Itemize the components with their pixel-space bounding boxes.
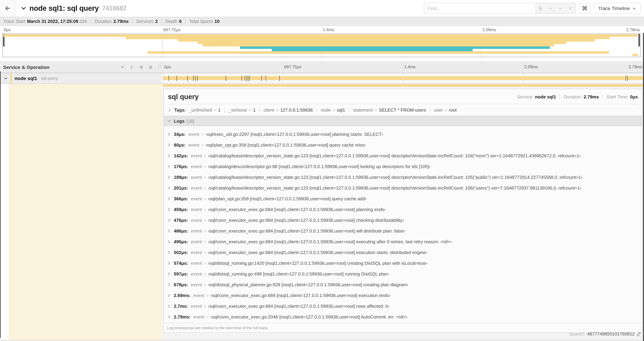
chevron-down-icon (558, 6, 562, 11)
find-buttons (535, 3, 575, 14)
tag-item: client=127.0.0.1:59936 (256, 107, 313, 113)
timeline-columns-header: Service & Operation 0μs697.75μs1.4ms2.09… (0, 61, 644, 73)
expand-one-icon[interactable] (130, 65, 134, 69)
logs-section-toggle[interactable]: Logs (18) (164, 116, 642, 126)
time-tick-label: 2.79ms (628, 65, 642, 69)
log-row[interactable]: 476μs:event=‹sql/conn_executor_exec.go:6… (164, 215, 642, 226)
tags-label: Tags: (174, 107, 186, 113)
collapse-trace-icon[interactable] (21, 6, 26, 11)
span-timeline-column (162, 73, 644, 84)
log-row[interactable]: 201μs:event=‹sql/catalog/lease/descripto… (164, 183, 642, 193)
tags-expand-icon (168, 108, 172, 112)
log-row[interactable]: 502μs:event=‹sql/conn_executor_exec.go:6… (164, 247, 642, 258)
log-row[interactable]: 189μs:event=‹sql/catalog/lease/descripto… (164, 172, 642, 183)
log-expand-icon (167, 143, 171, 147)
trace-id: 7418682 (102, 5, 126, 12)
expand-all-icon[interactable] (148, 65, 153, 69)
gridline (283, 73, 283, 84)
time-tick-label: 1.4ms (323, 27, 334, 32)
detail-span-color-strip (9, 84, 162, 340)
log-row[interactable]: 176μs:event=‹sql/catalog/descs/descripto… (164, 161, 642, 172)
back-button[interactable] (0, 0, 15, 17)
gridline (523, 62, 523, 73)
span-service-name[interactable]: node sql1 (14, 76, 37, 81)
timeline-ruler: 0μs697.75μs1.4ms2.09ms2.79ms (162, 62, 644, 73)
log-expand-icon (167, 208, 171, 211)
detail-header: sql query Service:node sql1Duration:2.79… (164, 89, 642, 104)
log-marker (280, 76, 280, 81)
page-title: node sql1: sql query (30, 4, 99, 13)
log-row[interactable]: 2.79ms:event=‹sql/conn_executor_exec.go:… (164, 311, 642, 322)
tag-item: user=root (426, 107, 457, 113)
log-row[interactable]: 366μs:event=‹sql/plan_opt.go:358 [nsql1,… (164, 193, 642, 204)
right-scrollbar[interactable] (643, 33, 644, 341)
next-match-button[interactable] (555, 3, 565, 14)
log-expand-icon (167, 272, 171, 276)
keyboard-shortcuts-button[interactable]: ⌘ (579, 3, 590, 14)
time-tick-label: 697.75μs (164, 27, 180, 32)
log-row[interactable]: 2.7ms:event=‹sql/conn_executor_exec.go:6… (164, 301, 642, 311)
find-input[interactable] (424, 3, 535, 14)
span-row[interactable]: node sql1 sql query (0, 73, 644, 84)
gridline (163, 73, 163, 84)
tag-item: node=sql1 (313, 107, 345, 113)
focus-matches-button[interactable] (535, 3, 545, 14)
log-row[interactable]: 34μs:event=‹sql/exec_util.go:2297 [nsql1… (164, 129, 642, 140)
expand-collapse-controls (120, 65, 153, 69)
tags-section-toggle[interactable]: Tags: _unfinished=1_verbose=1client=127.… (164, 104, 642, 116)
log-expand-icon (167, 240, 171, 244)
logs-footer-note: Log timestamps are relative to the start… (164, 323, 642, 332)
time-tick-label: 1.4ms (404, 65, 416, 69)
log-marker (249, 76, 250, 81)
log-marker (226, 76, 226, 81)
log-row[interactable]: 80μs:event=‹sql/plan_opt.go:358 [nsql1,c… (164, 140, 642, 150)
time-tick-label: 2.09ms (524, 65, 538, 69)
log-row[interactable]: 597μs:event=‹sql/distsql_running.go:498 … (164, 269, 642, 279)
column-resizer-handle[interactable] (158, 65, 161, 70)
command-icon: ⌘ (582, 5, 588, 12)
log-marker (168, 76, 169, 81)
ruler-ticks: 0μs697.75μs1.4ms2.09ms2.79ms (163, 62, 643, 73)
span-collapse-icon[interactable] (4, 76, 8, 81)
trace-info-item: Depth6 (161, 19, 182, 24)
log-row[interactable]: 495μs:event=‹sql/conn_executor_exec.go:6… (164, 236, 642, 247)
log-expand-icon (167, 165, 171, 168)
span-detail-row: sql query Service:node sql1Duration:2.79… (0, 84, 644, 340)
log-expand-icon (167, 250, 171, 254)
minimap-right-drag-handle[interactable] (638, 34, 640, 47)
trace-info-item: Duration2.79ms (90, 19, 129, 24)
minimap-span-bar (203, 44, 554, 47)
log-row[interactable]: 142μs:event=‹sql/catalog/lease/descripto… (164, 150, 642, 161)
time-tick-label: 2.09ms (482, 27, 496, 32)
log-row[interactable]: 574μs:event=‹sql/distsql_running.go:1420… (164, 258, 642, 269)
view-select-button[interactable]: Trace Timeline (594, 3, 640, 14)
log-marker (197, 76, 198, 81)
log-row[interactable]: 486μs:event=‹sql/conn_executor_exec.go:6… (164, 226, 642, 236)
span-id-label: SpanID: (569, 331, 585, 336)
log-row[interactable]: 2.69ms:event=‹sql/conn_executor_exec.go:… (164, 290, 642, 301)
log-marker (187, 76, 188, 81)
clear-search-button[interactable] (565, 3, 575, 14)
log-expand-icon (167, 229, 171, 233)
log-marker (176, 76, 177, 81)
service-operation-header: Service & Operation (0, 62, 162, 73)
trace-title-area: node sql1: sql query 7418682 (21, 4, 424, 13)
minimap-span-bar (178, 39, 595, 42)
log-row[interactable]: 459μs:event=‹sql/conn_executor_exec.go:6… (164, 204, 642, 215)
trace-info-item: Total Spans10 (185, 19, 220, 24)
log-marker (244, 76, 245, 81)
tag-item: _verbose=1 (220, 107, 256, 113)
prev-match-button[interactable] (545, 3, 555, 14)
minimap-canvas[interactable] (2, 34, 640, 57)
span-detail-card: sql query Service:node sql1Duration:2.79… (164, 89, 642, 333)
log-row[interactable]: 678μs:event=‹sql/distsql_physical_planne… (164, 279, 642, 290)
minimap-span-bar (632, 54, 638, 56)
left-edge-resizer-line[interactable] (0, 71, 1, 338)
minimap-span-bar (198, 42, 566, 44)
collapse-one-icon[interactable] (120, 65, 125, 69)
detail-meta-item: Service:node sql1 (517, 94, 556, 100)
trace-info-item: Services2 (132, 19, 158, 24)
collapse-all-icon[interactable] (139, 65, 143, 69)
log-marker (246, 76, 247, 81)
link-icon[interactable] (636, 331, 641, 336)
